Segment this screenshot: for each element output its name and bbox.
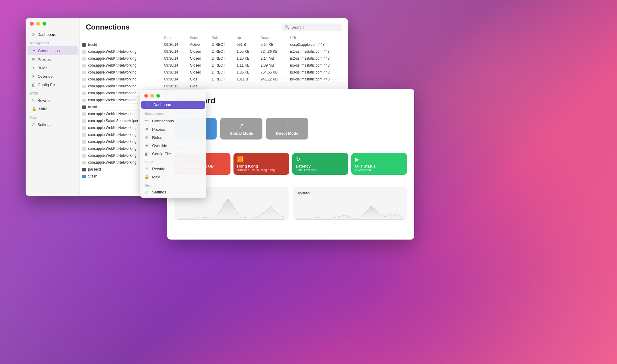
popup-section-misc: Misc	[140, 181, 206, 188]
popup-dashboard-label: Dashboard	[153, 102, 173, 107]
status-cell: Clos	[187, 76, 209, 83]
latency-sub: 0 ms, Excellent	[296, 168, 345, 172]
table-row[interactable]: com.apple.WebKit.Networking 09:36:14 Clo…	[80, 69, 348, 76]
outbound-label: Outbound	[174, 110, 407, 115]
popup-menu: ⊙ Dashboard Management 〜 Connections ⚑ P…	[140, 90, 206, 198]
statistics-label: Statictics	[174, 146, 407, 150]
sidebar-item-dashboard[interactable]: ⊙ Dashboard	[27, 30, 78, 39]
settings-icon: ⊙	[32, 122, 35, 127]
sidebar-item-label: Config File	[38, 83, 56, 87]
popup-traffic-lights	[140, 92, 206, 100]
popup-rules-icon: ✈	[144, 135, 149, 140]
sidebar-item-override[interactable]: ★ Override	[27, 72, 78, 80]
direct-mode-icon: ↑	[286, 122, 289, 130]
popup-item-config-file[interactable]: ◧ Config File	[140, 150, 206, 158]
stat-card-location[interactable]: 📶 Hong Kong Blinkload Tec...d Hong Kong	[233, 153, 290, 175]
popup-section-management: Management	[140, 109, 206, 116]
col-url: URL	[288, 34, 348, 41]
popup-item-rules[interactable]: ✈ Rules	[140, 133, 206, 142]
popup-minimize[interactable]	[150, 94, 154, 98]
rule-cell: DIRECT	[209, 41, 234, 48]
upload-chart-area	[296, 197, 403, 220]
url-cell: is1-ssl.mzstatic.com:443	[288, 48, 348, 55]
sidebar-item-connections[interactable]: 〜 Connections	[27, 46, 78, 55]
up-cell: 1011 B	[234, 76, 258, 83]
latency-value: Latency	[296, 164, 345, 168]
connections-icon: 〜	[32, 48, 36, 53]
sidebar: ⊙ Dashboard Management 〜 Connections ⚑ P…	[26, 18, 80, 196]
up-cell: 991 B	[234, 41, 258, 48]
proxies-icon: ⚑	[32, 57, 35, 62]
rule-cell: DIRECT	[209, 69, 234, 76]
search-box[interactable]: 🔍	[282, 24, 342, 31]
col-up: Up	[234, 34, 258, 41]
latency-icon: ↻	[296, 156, 345, 163]
table-row[interactable]: com.apple.WebKit.Networking 09:36:14 Clo…	[80, 55, 348, 62]
table-row[interactable]: com.apple.WebKit.Networking 09:36:14 Clo…	[80, 62, 348, 69]
table-row[interactable]: com.apple.WebKit.Networking 09:36:14 Clo…	[80, 48, 348, 55]
popup-override-icon: ★	[144, 143, 149, 148]
mitm-icon: 🔒	[32, 107, 36, 111]
location-icon: 📶	[237, 156, 286, 163]
status-cell: Closed	[187, 69, 209, 76]
up-cell: 1.05 KB	[234, 48, 258, 55]
process-cell: com.apple.WebKit.Networking	[80, 62, 162, 69]
down-cell: 941.12 KB	[258, 76, 288, 83]
url-cell: is4-ssl.mzstatic.com:443	[288, 76, 348, 83]
sidebar-item-rewrite[interactable]: ✎ Rewrite	[27, 96, 78, 105]
popup-proxies-label: Proxies	[152, 127, 165, 132]
stat-card-latency[interactable]: ↻ Latency 0 ms, Excellent	[292, 153, 348, 175]
popup-item-rewrite[interactable]: ✎ Rewrite	[140, 165, 206, 173]
rule-cell: DIRECT	[209, 62, 234, 69]
direct-mode-label: Direct Mode	[276, 131, 298, 136]
sidebar-item-label: Dashboard	[37, 32, 57, 37]
minimize-button[interactable]	[36, 22, 40, 26]
popup-maximize[interactable]	[156, 94, 160, 98]
date-cell: 09:36:14	[162, 62, 187, 69]
popup-close[interactable]	[144, 94, 148, 98]
table-row[interactable]: trustd 09:36:14 Active DIRECT 991 B 5.64…	[80, 41, 348, 48]
rewrite-icon: ✎	[32, 98, 35, 103]
url-cell: is3-ssl.mzstatic.com:443	[288, 69, 348, 76]
process-cell: com.apple.WebKit.Networking	[80, 55, 162, 62]
sidebar-item-proxies[interactable]: ⚑ Proxies	[27, 55, 78, 64]
search-input[interactable]	[291, 25, 339, 30]
direct-mode-card[interactable]: ↑ Direct Mode	[266, 118, 308, 140]
sidebar-item-settings[interactable]: ⊙ Settings	[27, 121, 78, 129]
popup-connections-icon: 〜	[144, 118, 149, 124]
dashboard-title: Dashboard	[174, 96, 407, 105]
down-cell: 2.14 MB	[258, 55, 288, 62]
upload-chart-title: Upload	[296, 191, 403, 195]
popup-config-label: Config File	[152, 152, 171, 156]
rule-cell: DIRECT	[209, 48, 234, 55]
close-button[interactable]	[30, 22, 34, 26]
sidebar-item-label: Proxies	[38, 57, 51, 62]
sidebar-item-config-file[interactable]: ◧ Config File	[27, 81, 78, 89]
sidebar-section-misc: Misc	[26, 113, 80, 120]
down-cell: 764.55 KB	[258, 69, 288, 76]
stats-cards: ↺ 17.13 GB, 30.82 GB 2022-09-13 11:05:36…	[174, 153, 407, 175]
up-cell: 1.05 KB	[234, 69, 258, 76]
popup-item-dashboard[interactable]: ⊙ Dashboard	[141, 101, 205, 109]
search-icon: 🔍	[285, 25, 290, 30]
table-row[interactable]: com.apple.WebKit.Networking 09:36:14 Clo…	[80, 76, 348, 83]
network-charts: Download Upload	[174, 187, 407, 220]
popup-override-label: Override	[152, 143, 167, 148]
dashboard-icon: ⊙	[32, 32, 35, 37]
maximize-button[interactable]	[42, 22, 46, 26]
status-cell: Closed	[187, 62, 209, 69]
popup-item-connections[interactable]: 〜 Connections	[140, 116, 206, 125]
stat-card-ott[interactable]: ▶ OTT Status 4 Service(s)	[351, 153, 407, 175]
popup-item-mitm[interactable]: 🔒 MitM	[140, 173, 206, 181]
col-status: Status	[187, 34, 209, 41]
sidebar-item-rules[interactable]: ✈ Rules	[27, 64, 78, 72]
process-cell: com.apple.WebKit.Networking	[80, 48, 162, 55]
col-down: Down	[258, 34, 288, 41]
popup-item-override[interactable]: ★ Override	[140, 142, 206, 150]
popup-settings-icon: ⊙	[144, 190, 149, 194]
popup-item-proxies[interactable]: ⚑ Proxies	[140, 125, 206, 133]
sidebar-item-label: MitM	[39, 107, 47, 111]
global-mode-card[interactable]: ↗ Global Mode	[220, 118, 262, 140]
sidebar-item-mitm[interactable]: 🔒 MitM	[27, 105, 78, 113]
popup-item-settings[interactable]: ⊙ Settings	[140, 188, 206, 196]
